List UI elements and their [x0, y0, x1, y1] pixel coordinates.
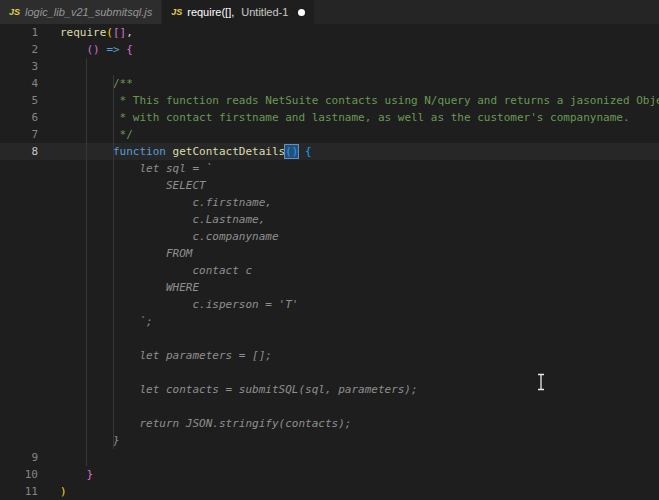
line-number[interactable]: [0, 228, 38, 245]
js-file-icon: JS: [171, 8, 182, 17]
line-number[interactable]: [0, 177, 38, 194]
ghost-code-line[interactable]: c.firstname,: [0, 194, 659, 211]
line-number[interactable]: 4: [0, 75, 38, 92]
ghost-code-line[interactable]: }: [0, 432, 659, 449]
code-line[interactable]: 3: [0, 58, 659, 75]
code-line-text: [38, 330, 60, 347]
ghost-code-line[interactable]: c.Lastname,: [0, 211, 659, 228]
ghost-code-line[interactable]: return JSON.stringify(contacts);: [0, 415, 659, 432]
line-number[interactable]: [0, 313, 38, 330]
line-number[interactable]: 10: [0, 466, 38, 483]
code-line-text: * with contact firstname and lastname, a…: [38, 109, 630, 126]
line-number[interactable]: [0, 211, 38, 228]
code-editor[interactable]: 1require([],2 () => {34 /**5 * This func…: [0, 24, 659, 500]
line-number[interactable]: [0, 279, 38, 296]
code-line[interactable]: 10 }: [0, 466, 659, 483]
tab-bar: JS logic_lib_v21_submitsql.js JS require…: [0, 0, 659, 24]
line-number[interactable]: 5: [0, 92, 38, 109]
line-number[interactable]: [0, 381, 38, 398]
line-number[interactable]: [0, 415, 38, 432]
line-number[interactable]: 2: [0, 41, 38, 58]
code-line-text: let parameters = [];: [38, 347, 272, 364]
line-number[interactable]: [0, 398, 38, 415]
code-line-text: FROM: [38, 245, 192, 262]
indent-guide: [113, 75, 114, 449]
line-number[interactable]: [0, 296, 38, 313]
line-number[interactable]: [0, 364, 38, 381]
code-line-text: [38, 58, 60, 75]
ghost-code-line[interactable]: let contacts = submitSQL(sql, parameters…: [0, 381, 659, 398]
code-line[interactable]: 5 * This function reads NetSuite contact…: [0, 92, 659, 109]
code-line-text: c.companyname: [38, 228, 279, 245]
ghost-code-line[interactable]: c.companyname: [0, 228, 659, 245]
code-line-text: c.firstname,: [38, 194, 272, 211]
code-line[interactable]: 6 * with contact firstname and lastname,…: [0, 109, 659, 126]
tab-untitled-file[interactable]: JS require([], Untitled-1: [162, 0, 314, 24]
ghost-code-line[interactable]: FROM: [0, 245, 659, 262]
code-line-text: [38, 398, 60, 415]
tab-label: require([],: [187, 6, 234, 18]
line-number[interactable]: [0, 330, 38, 347]
line-number[interactable]: 8: [0, 143, 38, 160]
line-number[interactable]: 9: [0, 449, 38, 466]
tab-label: logic_lib_v21_submitsql.js: [25, 6, 152, 18]
code-line[interactable]: 11): [0, 483, 659, 500]
ghost-code-line[interactable]: [0, 364, 659, 381]
code-line-text: contact c: [38, 262, 252, 279]
line-number[interactable]: 6: [0, 109, 38, 126]
code-line-text: function getContactDetails() {: [38, 143, 312, 160]
code-line-text: WHERE: [38, 279, 199, 296]
code-line[interactable]: 9: [0, 449, 659, 466]
tab-description: Untitled-1: [241, 6, 288, 18]
code-line[interactable]: 1require([],: [0, 24, 659, 41]
ghost-code-line[interactable]: let parameters = [];: [0, 347, 659, 364]
mouse-cursor-ibeam-icon: [535, 373, 547, 391]
ghost-code-line[interactable]: [0, 330, 659, 347]
code-line-text: () => {: [38, 41, 133, 58]
code-line[interactable]: 7 */: [0, 126, 659, 143]
code-line-text: c.isperson = 'T': [38, 296, 298, 313]
code-line-text: [38, 449, 60, 466]
modified-indicator-icon[interactable]: [298, 9, 305, 16]
ghost-code-line[interactable]: SELECT: [0, 177, 659, 194]
code-line[interactable]: 2 () => {: [0, 41, 659, 58]
line-number[interactable]: [0, 432, 38, 449]
code-line-text: ): [38, 483, 67, 500]
code-line[interactable]: 4 /**: [0, 75, 659, 92]
line-number[interactable]: [0, 245, 38, 262]
ghost-code-line[interactable]: [0, 398, 659, 415]
code-line-text: [38, 364, 60, 381]
code-line-text: return JSON.stringify(contacts);: [38, 415, 351, 432]
code-line-text: `;: [38, 313, 153, 330]
code-line[interactable]: 8 function getContactDetails() {: [0, 143, 659, 160]
code-line-text: SELECT: [38, 177, 206, 194]
line-number[interactable]: [0, 262, 38, 279]
code-line-text: c.Lastname,: [38, 211, 265, 228]
indent-guide: [86, 58, 87, 466]
ghost-code-line[interactable]: `;: [0, 313, 659, 330]
ghost-code-line[interactable]: contact c: [0, 262, 659, 279]
code-line-text: }: [38, 432, 120, 449]
line-number[interactable]: 1: [0, 24, 38, 41]
code-area[interactable]: 1require([],2 () => {34 /**5 * This func…: [0, 24, 659, 500]
tab-logic-lib-file[interactable]: JS logic_lib_v21_submitsql.js: [0, 0, 162, 24]
code-line-text: let contacts = submitSQL(sql, parameters…: [38, 381, 418, 398]
code-line-text: let sql = `: [38, 160, 212, 177]
js-file-icon: JS: [9, 8, 20, 17]
line-number[interactable]: [0, 194, 38, 211]
ghost-code-line[interactable]: WHERE: [0, 279, 659, 296]
ghost-code-line[interactable]: let sql = `: [0, 160, 659, 177]
line-number[interactable]: 3: [0, 58, 38, 75]
line-number[interactable]: [0, 160, 38, 177]
ghost-code-line[interactable]: c.isperson = 'T': [0, 296, 659, 313]
line-number[interactable]: 7: [0, 126, 38, 143]
code-line-text: * This function reads NetSuite contacts …: [38, 92, 659, 109]
code-line-text: require([],: [38, 24, 133, 41]
code-line-text: }: [38, 466, 93, 483]
line-number[interactable]: 11: [0, 483, 38, 500]
line-number[interactable]: [0, 347, 38, 364]
